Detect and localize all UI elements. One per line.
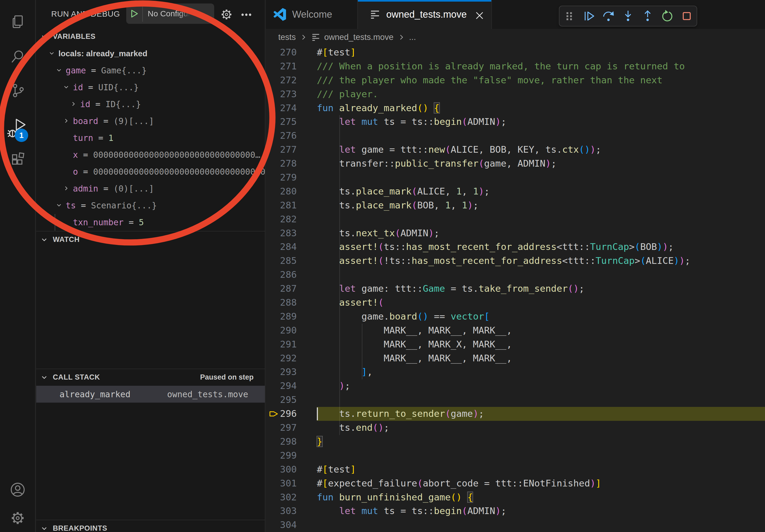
line-number[interactable]: 291 [266, 338, 317, 352]
activitybar-extensions[interactable] [0, 146, 35, 174]
line-number[interactable]: 298 [266, 435, 317, 449]
variable-row[interactable]: txn_number = 5 [36, 214, 265, 231]
line-number[interactable]: 296 [266, 407, 317, 421]
variable-row[interactable]: game = Game{...} [36, 62, 265, 79]
code-line[interactable]: #[expected_failure(abort_code = ttt::ENo… [317, 476, 765, 490]
code-line[interactable]: } [317, 435, 765, 449]
start-debug-button[interactable] [126, 3, 142, 24]
line-number[interactable]: 275 [266, 115, 317, 129]
line-number[interactable]: 270 [266, 46, 317, 60]
activitybar-run-and-debug[interactable]: 1 [0, 112, 35, 140]
variable-row[interactable]: admin = (0)[...] [36, 180, 265, 197]
code-line[interactable]: assert!( [317, 296, 765, 310]
code-line[interactable]: MARK__, MARK__, MARK__, [317, 352, 765, 366]
line-number[interactable]: 299 [266, 449, 317, 463]
debug-settings-button[interactable] [219, 7, 234, 22]
section-breakpoints[interactable]: BREAKPOINTS [36, 520, 265, 532]
line-number[interactable]: 284 [266, 240, 317, 254]
code-line[interactable]: ts.return_to_sender(game); [317, 407, 765, 421]
code-line[interactable]: /// the player who made the "false" move… [317, 73, 765, 87]
line-number[interactable]: 285 [266, 254, 317, 268]
debug-step-into-button[interactable] [618, 6, 638, 27]
code-line[interactable] [317, 212, 765, 226]
variable-row[interactable]: ts = Scenario{...} [36, 197, 265, 214]
code-line[interactable]: /// player. [317, 87, 765, 101]
code-line[interactable]: let game = ttt::new(ALICE, BOB, KEY, ts.… [317, 143, 765, 157]
code-line[interactable]: ts.place_mark(ALICE, 1, 1); [317, 184, 765, 198]
code-line[interactable]: #[test] [317, 463, 765, 476]
line-number[interactable]: 282 [266, 212, 317, 226]
line-number[interactable]: 303 [266, 504, 317, 518]
line-number[interactable]: 301 [266, 476, 317, 490]
code-line[interactable] [317, 129, 765, 143]
code-line[interactable]: ts.next_tx(ADMIN); [317, 226, 765, 240]
more-actions-button[interactable] [239, 7, 254, 22]
line-number[interactable]: 273 [266, 87, 317, 101]
code-editor[interactable]: 2702712722732742752762772782792802812822… [266, 46, 765, 532]
activitybar-source-control[interactable] [0, 77, 35, 105]
code-line[interactable] [317, 449, 765, 463]
debug-stop-button[interactable] [677, 6, 696, 27]
debug-config-dropdown[interactable]: No Configurations [126, 3, 214, 24]
code-line[interactable]: ], [317, 365, 765, 379]
callstack-frame-row[interactable]: already_marked owned_tests.move [36, 386, 265, 402]
variable-row[interactable]: turn = 1 [36, 130, 265, 146]
code-line[interactable]: MARK__, MARK_X, MARK__, [317, 338, 765, 352]
code-line[interactable]: assert!(!ts::has_most_recent_for_address… [317, 254, 765, 268]
code-line[interactable]: game.board() == vector[ [317, 310, 765, 324]
line-number[interactable]: 302 [266, 490, 317, 504]
code-line[interactable] [317, 171, 765, 184]
line-number[interactable]: 300 [266, 463, 317, 476]
variable-row[interactable]: id = UID{...} [36, 79, 265, 96]
code-line[interactable]: assert!(ts::has_most_recent_for_address<… [317, 240, 765, 254]
line-number[interactable]: 288 [266, 296, 317, 310]
section-variables[interactable]: VARIABLES [36, 28, 265, 45]
activitybar-settings[interactable] [0, 504, 35, 532]
line-number[interactable]: 292 [266, 352, 317, 366]
editor-content[interactable]: #[test]/// When a position is already ma… [317, 46, 765, 532]
variable-row[interactable]: board = (9)[...] [36, 113, 265, 130]
code-line[interactable]: ts.end(); [317, 421, 765, 435]
section-call-stack[interactable]: CALL STACK Paused on step [36, 369, 265, 386]
debug-step-out-button[interactable] [638, 6, 657, 27]
variable-row[interactable]: x = 00000000000000000000000000000000… [36, 146, 265, 163]
line-number[interactable]: 271 [266, 60, 317, 73]
tab-owned-tests[interactable]: owned_tests.move [358, 0, 492, 29]
line-number[interactable]: 290 [266, 324, 317, 338]
line-number[interactable]: 280 [266, 184, 317, 198]
line-number[interactable]: 294 [266, 379, 317, 393]
code-line[interactable]: transfer::public_transfer(game, ADMIN); [317, 157, 765, 171]
code-line[interactable]: /// When a position is already marked, t… [317, 60, 765, 73]
line-number[interactable]: 293 [266, 365, 317, 379]
code-line[interactable]: ts.place_mark(BOB, 1, 1); [317, 198, 765, 212]
debug-continue-button[interactable] [579, 6, 598, 27]
code-line[interactable]: fun already_marked() { [317, 101, 765, 115]
line-number[interactable]: 278 [266, 157, 317, 171]
tab-close-button[interactable] [474, 10, 485, 21]
code-line[interactable]: let mut ts = ts::begin(ADMIN); [317, 115, 765, 129]
debug-restart-button[interactable] [657, 6, 677, 27]
tab-welcome[interactable]: Welcome [266, 0, 358, 29]
debug-step-over-button[interactable] [598, 6, 618, 27]
code-line[interactable] [317, 393, 765, 407]
line-number[interactable]: 283 [266, 226, 317, 240]
breadcrumb-item-file[interactable]: owned_tests.move [324, 32, 393, 42]
scope-row[interactable]: locals: already_marked [36, 45, 265, 62]
line-number[interactable]: 279 [266, 171, 317, 184]
line-number[interactable]: 295 [266, 393, 317, 407]
section-watch[interactable]: WATCH [36, 231, 265, 248]
line-number[interactable]: 286 [266, 268, 317, 282]
code-line[interactable]: #[test] [317, 46, 765, 60]
variable-row[interactable]: o = 000000000000000000000000000000000000 [36, 163, 265, 180]
code-line[interactable]: fun burn_unfinished_game() { [317, 490, 765, 504]
code-line[interactable] [317, 268, 765, 282]
code-line[interactable] [317, 518, 765, 532]
line-number[interactable]: 289 [266, 310, 317, 324]
debug-drag-handle[interactable] [559, 6, 579, 27]
line-number[interactable]: 304 [266, 518, 317, 532]
line-number[interactable]: 287 [266, 282, 317, 296]
line-number[interactable]: 276 [266, 129, 317, 143]
code-line[interactable]: let game: ttt::Game = ts.take_from_sende… [317, 282, 765, 296]
activitybar-accounts[interactable] [0, 476, 35, 504]
code-line[interactable]: MARK__, MARK__, MARK__, [317, 324, 765, 338]
